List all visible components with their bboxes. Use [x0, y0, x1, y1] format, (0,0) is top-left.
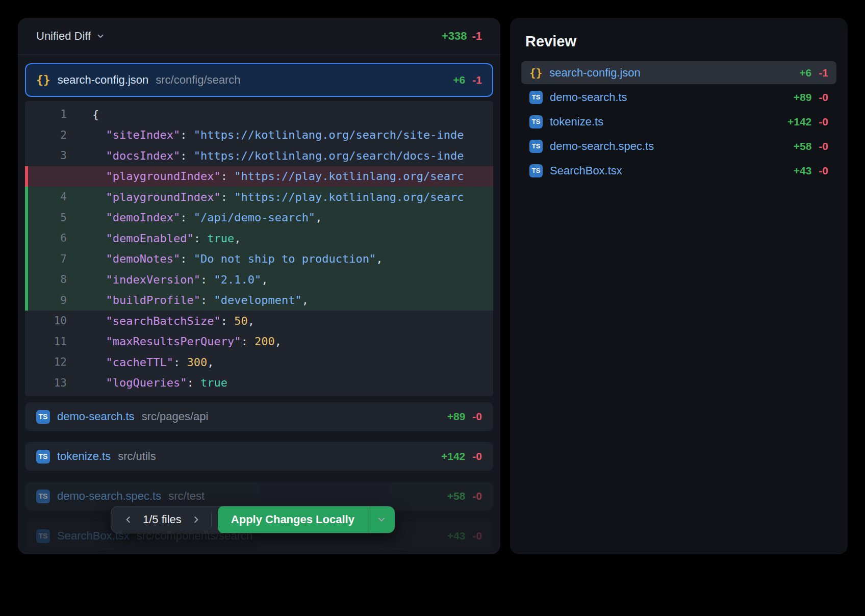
diff-line-context: 1{: [25, 104, 493, 125]
review-file-list: {}search-config.json+6-1TSdemo-search.ts…: [521, 61, 836, 182]
diff-line-marker: [25, 145, 28, 166]
added-count: +58: [447, 490, 466, 502]
diff-panel: Unified Diff +338 -1 {} search-config.js…: [18, 18, 500, 554]
removed-count: -0: [819, 140, 828, 152]
diff-line-added: 4 "playgroundIndex": "https://play.kotli…: [25, 187, 493, 208]
file-name: tokenize.ts: [550, 115, 603, 129]
file-pager-label: 1/5 files: [143, 513, 182, 526]
removed-count: -0: [819, 91, 828, 104]
code-text: {: [92, 108, 493, 121]
diff-line-marker: [25, 290, 28, 311]
removed-count: -1: [472, 74, 482, 86]
diff-line-marker: [25, 373, 28, 394]
diff-line-marker: [25, 269, 28, 290]
diff-line-context: 12 "cacheTTL": 300,: [25, 352, 493, 373]
typescript-file-icon: TS: [529, 91, 543, 104]
diff-line-marker: [25, 125, 28, 146]
code-text: "searchBatchSize": 50,: [92, 315, 493, 327]
review-file-row[interactable]: TStokenize.ts+142-0: [521, 110, 836, 133]
diff-line-marker: [25, 352, 28, 373]
diff-line-marker: [25, 331, 28, 352]
view-mode-label: Unified Diff: [36, 30, 91, 43]
file-name: search-config.json: [58, 73, 149, 87]
typescript-file-icon: TS: [529, 115, 543, 129]
line-number: 11: [25, 336, 92, 348]
diff-line-added: 7 "demoNotes": "Do not ship to productio…: [25, 249, 493, 270]
collapsed-file-row[interactable]: TStokenize.tssrc/utils+142-0: [25, 442, 493, 471]
diff-line-marker: [25, 104, 28, 125]
diff-header: Unified Diff +338 -1: [18, 18, 500, 55]
diff-line-marker: [25, 311, 28, 331]
added-count: +89: [794, 91, 812, 104]
file-path: src/utils: [118, 450, 156, 463]
json-file-icon: {}: [529, 67, 542, 79]
typescript-file-icon: TS: [529, 164, 543, 177]
review-file-row[interactable]: TSdemo-search.ts+89-0: [521, 86, 836, 109]
apply-changes-button[interactable]: Apply Changes Locally: [218, 506, 368, 533]
code-text: "demoIndex": "/api/demo-search",: [92, 211, 493, 224]
code-text: "demoEnabled": true,: [92, 232, 493, 245]
file-name: SearchBox.tsx: [550, 164, 622, 177]
diff-line-added: 6 "demoEnabled": true,: [25, 228, 493, 249]
line-number: 4: [25, 191, 92, 203]
code-text: "buildProfile": "development",: [92, 294, 493, 306]
diff-line-marker: [25, 228, 28, 249]
added-count: +142: [441, 450, 465, 463]
code-text: "siteIndex": "https://kotlinlang.org/sea…: [92, 129, 493, 141]
review-file-row[interactable]: TSdemo-search.spec.ts+58-0: [521, 135, 836, 158]
added-count: +43: [447, 530, 466, 542]
line-number: 12: [25, 356, 92, 368]
file-name: tokenize.ts: [57, 450, 111, 463]
added-count: +89: [447, 410, 466, 423]
code-text: "demoNotes": "Do not ship to production"…: [92, 252, 493, 265]
line-number: 7: [25, 253, 92, 265]
review-file-row[interactable]: TSSearchBox.tsx+43-0: [521, 159, 836, 182]
total-removed-count: -1: [472, 30, 482, 43]
code-text: "maxResultsPerQuery": 200,: [92, 335, 493, 348]
line-number: 6: [25, 232, 92, 244]
file-name: demo-search.ts: [550, 91, 627, 104]
line-number: 1: [25, 108, 92, 120]
file-path: src/pages/api: [142, 410, 209, 423]
chevron-down-icon: [376, 515, 387, 525]
json-file-icon: {}: [36, 73, 50, 87]
next-file-button[interactable]: [188, 511, 204, 528]
review-panel: Review {}search-config.json+6-1TSdemo-se…: [510, 18, 848, 554]
line-number: 13: [25, 377, 92, 389]
diff-line-marker: [25, 187, 28, 208]
line-number: 9: [25, 294, 92, 306]
line-number: 3: [25, 149, 92, 162]
typescript-file-icon: TS: [36, 529, 50, 543]
removed-count: -0: [472, 450, 482, 463]
code-text: "logQueries": true: [92, 376, 493, 389]
apply-options-dropdown[interactable]: [368, 506, 395, 533]
file-name: demo-search.ts: [57, 410, 135, 423]
apply-button-group: Apply Changes Locally: [218, 506, 395, 533]
diff-line-removed: "playgroundIndex": "https://play.kotlinl…: [25, 166, 493, 187]
review-title: Review: [525, 33, 836, 50]
removed-count: -0: [819, 165, 828, 177]
added-count: +142: [787, 116, 811, 128]
divider: [211, 512, 212, 527]
diff-line-context: 10 "searchBatchSize": 50,: [25, 311, 493, 331]
diff-line-added: 9 "buildProfile": "development",: [25, 290, 493, 311]
added-count: +6: [799, 67, 811, 79]
removed-count: -1: [819, 67, 828, 79]
line-number: 10: [25, 315, 92, 327]
diff-line-context: 3 "docsIndex": "https://kotlinlang.org/s…: [25, 145, 493, 166]
diff-body: {} search-config.json src/config/search …: [18, 55, 500, 550]
diff-line-marker: [25, 166, 28, 187]
added-count: +6: [453, 74, 465, 86]
diff-line-marker: [25, 208, 28, 228]
typescript-file-icon: TS: [529, 140, 543, 153]
review-file-row[interactable]: {}search-config.json+6-1: [521, 61, 836, 84]
code-text: "playgroundIndex": "https://play.kotlinl…: [92, 170, 493, 183]
diff-code-block: 1{2 "siteIndex": "https://kotlinlang.org…: [25, 101, 493, 396]
prev-file-button[interactable]: [120, 511, 137, 528]
total-added-count: +338: [442, 30, 467, 43]
added-count: +58: [794, 140, 812, 152]
collapsed-file-row[interactable]: TSdemo-search.tssrc/pages/api+89-0: [25, 402, 493, 431]
active-file-card[interactable]: {} search-config.json src/config/search …: [25, 63, 493, 97]
review-window: Unified Diff +338 -1 {} search-config.js…: [0, 0, 865, 616]
view-mode-dropdown[interactable]: Unified Diff: [36, 30, 105, 43]
